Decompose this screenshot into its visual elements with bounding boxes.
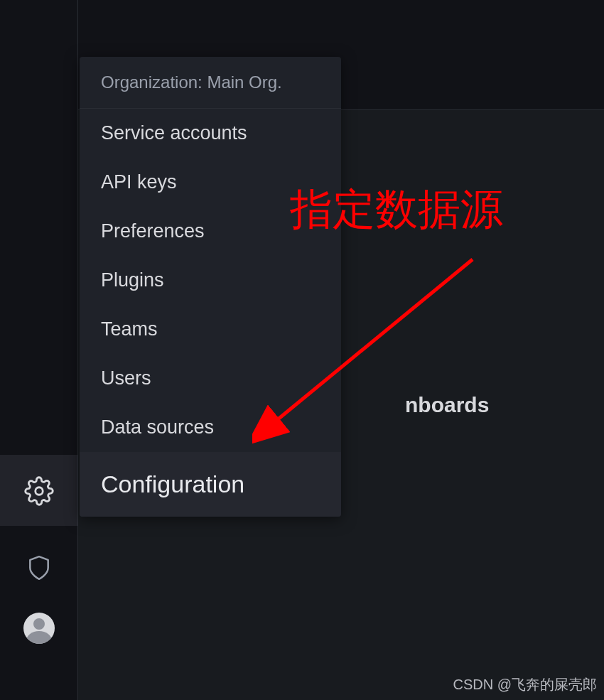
submenu-item-users[interactable]: Users [80,354,341,403]
submenu-header: Organization: Main Org. [80,57,341,109]
nav-rail [0,0,78,700]
submenu-item-plugins[interactable]: Plugins [80,256,341,305]
watermark: CSDN @飞奔的屎壳郎 [453,675,597,694]
submenu-footer[interactable]: Configuration [80,452,341,517]
annotation-label: 指定数据源 [290,181,503,239]
submenu-item-label: Teams [101,318,158,340]
submenu-item-label: API keys [101,171,177,193]
submenu-item-label: Users [101,367,151,389]
configuration-submenu: Organization: Main Org. Service accounts… [80,57,341,517]
gear-icon[interactable] [24,476,54,506]
submenu-item-teams[interactable]: Teams [80,305,341,354]
shield-icon[interactable] [26,554,53,581]
submenu-item-label: Service accounts [101,122,247,144]
submenu-item-label: Plugins [101,269,164,291]
submenu-item-data-sources[interactable]: Data sources [80,403,341,452]
submenu-item-label: Data sources [101,416,214,438]
background-text: nboards [405,393,489,417]
svg-point-0 [35,488,43,495]
submenu-item-service-accounts[interactable]: Service accounts [80,109,341,158]
submenu-item-label: Preferences [101,220,205,242]
avatar[interactable] [23,613,55,644]
